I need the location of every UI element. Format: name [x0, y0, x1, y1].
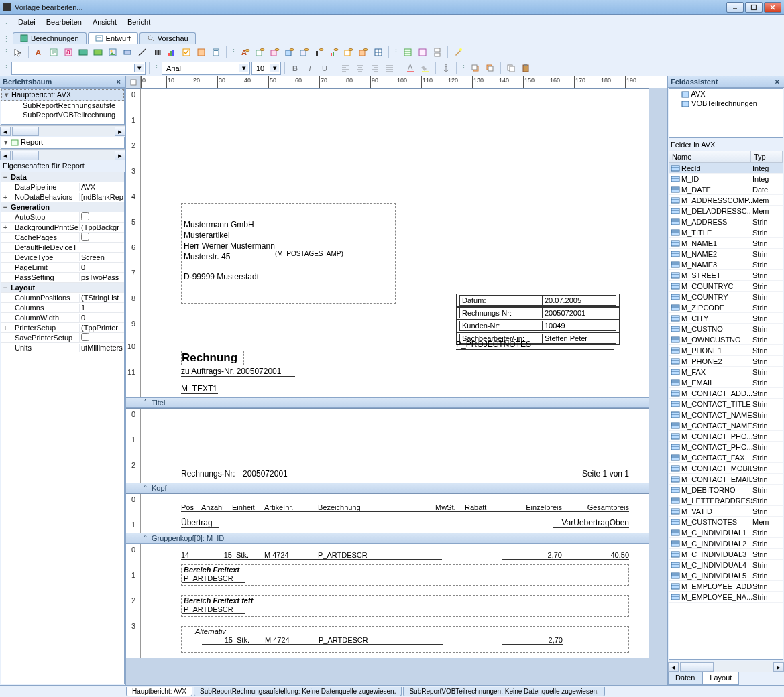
- image-tool[interactable]: [106, 46, 119, 59]
- field-row[interactable]: M_CONTACT_FAXStrin: [669, 452, 783, 463]
- prop-row[interactable]: PassSettingpsTwoPass: [1, 273, 124, 283]
- field-row[interactable]: M_ADDRESSCOMP...Mem: [669, 195, 783, 206]
- report-tree-2[interactable]: ▾ Report: [1, 137, 125, 149]
- field-row[interactable]: M_LETTERADDRESSStrin: [669, 495, 783, 506]
- tree-item[interactable]: ▾ Report: [1, 137, 124, 147]
- fontcolor-button[interactable]: A: [404, 62, 417, 75]
- header-row[interactable]: Pos Anzahl Einheit ArtikeInr. Bezeichnun…: [181, 503, 629, 512]
- field-row[interactable]: M_CONTACT_ADD...Strin: [669, 388, 783, 399]
- align-right-button[interactable]: [368, 62, 382, 75]
- prop-row[interactable]: +BackgroundPrintSe(TppBackgr: [1, 223, 124, 233]
- postagestamp[interactable]: (M_POSTAGESTAMP): [275, 250, 343, 257]
- field-row[interactable]: M_DEBITORNOStrin: [669, 485, 783, 495]
- freitext-fett-region[interactable]: Bereich Freitext fett P_ARTDESCR: [181, 595, 629, 617]
- field-row[interactable]: M_C_INDIVIDUAL2Strin: [669, 538, 783, 549]
- dbmemo-tool[interactable]: [254, 46, 267, 59]
- field-source-tree[interactable]: AVX VOBTeilrechnungen: [669, 88, 783, 138]
- barcode-tool[interactable]: [150, 46, 164, 59]
- prop-row[interactable]: ColumnWidth0: [1, 313, 124, 323]
- fieldlist-hscroll[interactable]: ◂▸: [668, 661, 784, 672]
- sysvar-tool[interactable]: [76, 46, 90, 59]
- field-row[interactable]: M_COUNTRYCStrin: [669, 281, 783, 292]
- report-tree[interactable]: ▾Hauptbericht: AVXSubReportRechnungsaufs…: [1, 88, 125, 125]
- dbbarcode-tool[interactable]: [313, 46, 326, 59]
- report-tab[interactable]: Hauptbericht: AVX: [126, 687, 192, 696]
- field-row[interactable]: M_C_INDIVIDUAL4Strin: [669, 560, 783, 570]
- field-row[interactable]: M_PHONE1Strin: [669, 345, 783, 356]
- checkbox-tool[interactable]: [180, 46, 193, 59]
- prop-row[interactable]: Columns1: [1, 303, 124, 313]
- prop-row[interactable]: DeviceTypeScreen: [1, 253, 124, 263]
- underline-button[interactable]: U: [318, 62, 331, 75]
- tree-item[interactable]: SubReportRechnungsaufste: [1, 101, 124, 110]
- field-row[interactable]: M_CUSTNOStrin: [669, 324, 783, 334]
- field-row[interactable]: M_CONTACT_MOBILStrin: [669, 463, 783, 474]
- send-back-button[interactable]: [484, 62, 497, 75]
- tree-item[interactable]: ▾Hauptbericht: AVX: [1, 89, 124, 101]
- field-row[interactable]: M_STREETStrin: [669, 270, 783, 281]
- address-article[interactable]: Musterartikel: [184, 231, 230, 240]
- detail-row[interactable]: 14 15 Stk. M 4724 P_ARTDESCR 2,70 40,50: [181, 551, 629, 560]
- dbcheckbox-tool[interactable]: [342, 46, 355, 59]
- prop-category[interactable]: −Data: [1, 172, 124, 182]
- prop-row[interactable]: AutoStop: [1, 212, 124, 223]
- shape-tool[interactable]: [121, 46, 134, 59]
- prop-checkbox[interactable]: [81, 233, 89, 241]
- memo-tool[interactable]: [47, 46, 60, 59]
- prop-row[interactable]: +NoDataBehaviors[ndBlankRep: [1, 192, 124, 202]
- uebertrag[interactable]: Übertrag: [181, 518, 219, 528]
- wizard-tool[interactable]: [451, 46, 465, 59]
- ruler-corner[interactable]: [126, 76, 141, 88]
- field-row[interactable]: M_C_INDIVIDUAL5Strin: [669, 570, 783, 581]
- grid-tool[interactable]: [401, 46, 414, 59]
- field-row[interactable]: M_EMPLOYEE_NA...Strin: [669, 592, 783, 603]
- prop-category[interactable]: −Layout: [1, 283, 124, 293]
- field-row[interactable]: M_CONTACT_EMAILStrin: [669, 474, 783, 485]
- field-row[interactable]: M_CONTACT_NAME2Strin: [669, 420, 783, 431]
- richtext-tool[interactable]: a: [62, 46, 75, 59]
- variable-tool[interactable]: [91, 46, 105, 59]
- menu-datei[interactable]: Datei: [13, 17, 41, 27]
- vertical-ruler[interactable]: 0 1 2 3: [126, 544, 141, 658]
- prop-row[interactable]: DataPipelineAVX: [1, 182, 124, 192]
- vertical-ruler[interactable]: 0 1: [126, 494, 141, 533]
- field-row[interactable]: M_VATIDStrin: [669, 506, 783, 517]
- font-combo[interactable]: Arial▾: [162, 62, 250, 75]
- field-row[interactable]: M_PHONE2Strin: [669, 356, 783, 367]
- col-type[interactable]: Typ: [751, 151, 783, 162]
- report-tab[interactable]: SubReportVOBTeilrechnungen: Keine Datenq…: [403, 687, 604, 696]
- project-notes[interactable]: P_PROJECTNOTES: [456, 340, 614, 350]
- pagebreak-tool[interactable]: [431, 46, 444, 59]
- anchor-button[interactable]: [439, 62, 453, 75]
- field-row[interactable]: M_ADDRESSStrin: [669, 216, 783, 227]
- field-row[interactable]: M_NAME2Strin: [669, 249, 783, 259]
- var-uebertrag[interactable]: VarUebertragOben: [553, 518, 629, 528]
- align-center-button[interactable]: [353, 62, 367, 75]
- copy-button[interactable]: [504, 62, 518, 75]
- align-left-button[interactable]: [339, 62, 352, 75]
- property-grid[interactable]: −DataDataPipelineAVX+NoDataBehaviors[ndB…: [1, 172, 125, 684]
- kopf-rn-label[interactable]: Rechnungs-Nr:: [181, 469, 241, 479]
- field-row[interactable]: M_CONTACT_NAME1Strin: [669, 409, 783, 420]
- field-list[interactable]: Name Typ RecIdIntegM_IDIntegM_DATEDateM_…: [669, 151, 783, 660]
- band-titel-footer[interactable]: ˄Titel: [126, 397, 649, 408]
- menu-bearbeiten[interactable]: Bearbeiten: [41, 17, 87, 27]
- prop-row[interactable]: CachePages: [1, 233, 124, 243]
- collapse-icon[interactable]: ˄: [144, 484, 148, 493]
- field-row[interactable]: M_DELADDRESSC...Mem: [669, 206, 783, 216]
- field-row[interactable]: M_ZIPCODEStrin: [669, 302, 783, 313]
- crosstab-tool[interactable]: [372, 46, 385, 59]
- tab-vorschau[interactable]: Vorschau: [139, 32, 196, 44]
- dbrichtext-tool[interactable]: [268, 46, 282, 59]
- dbimage-tool[interactable]: [298, 46, 311, 59]
- prop-row[interactable]: SavePrinterSetup: [1, 333, 124, 343]
- maximize-button[interactable]: [745, 2, 763, 13]
- title-clip[interactable]: Rechnung: [181, 351, 244, 365]
- vertical-ruler[interactable]: 0 1 2: [126, 409, 141, 483]
- field-row[interactable]: M_OWNCUSTNOStrin: [669, 334, 783, 345]
- address-city[interactable]: D-99999 Musterstadt: [184, 272, 259, 281]
- prop-row[interactable]: PageLimit0: [1, 263, 124, 273]
- tab-layout[interactable]: Layout: [702, 672, 739, 685]
- label-tool[interactable]: A: [32, 46, 46, 59]
- region-tool[interactable]: [194, 46, 208, 59]
